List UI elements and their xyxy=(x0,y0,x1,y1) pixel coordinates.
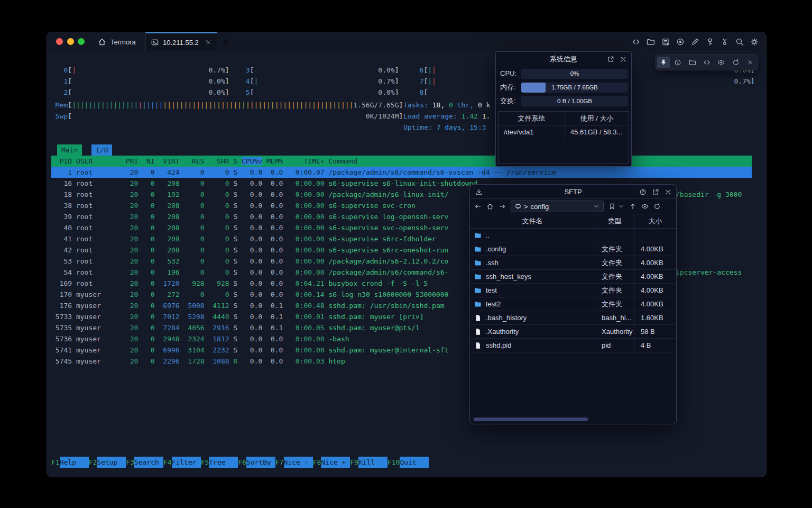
fkey-label-F4[interactable]: Filter xyxy=(172,457,201,468)
filesystem-table: 文件系统 使用 / 大小 /dev/vda145.61GB / 58.3... xyxy=(498,111,629,164)
fkey-F2[interactable]: F2 xyxy=(89,458,97,466)
home-icon[interactable] xyxy=(486,203,494,210)
sync-button[interactable] xyxy=(730,57,742,68)
fkey-F4[interactable]: F4 xyxy=(163,458,172,466)
record-icon[interactable] xyxy=(676,38,685,46)
keychain-icon[interactable] xyxy=(721,38,729,46)
file-row-.ssh[interactable]: .ssh文件夹4.00KB xyxy=(470,256,676,270)
back-icon[interactable] xyxy=(474,203,482,210)
htop-tab-i-o[interactable]: I/O xyxy=(91,144,112,156)
file-name: .Xauthority xyxy=(486,325,519,338)
fkey-label-F9[interactable]: Kill xyxy=(358,457,387,468)
column-type[interactable]: 类型 xyxy=(595,214,634,228)
file-row-.config[interactable]: .config文件夹4.00KB xyxy=(470,242,676,256)
refresh-icon[interactable] xyxy=(653,203,661,210)
fkey-label-F1[interactable]: Help xyxy=(60,457,89,468)
pin-button[interactable] xyxy=(657,57,670,68)
file-size: 1.60KB xyxy=(634,311,676,324)
file-row-.Xauthority[interactable]: .XauthorityXauthority58 B xyxy=(470,325,676,339)
code-icon[interactable] xyxy=(632,38,640,46)
fkey-F9[interactable]: F9 xyxy=(350,458,358,466)
file-row-test[interactable]: test文件夹4.00KB xyxy=(470,284,676,297)
key-icon[interactable] xyxy=(706,38,714,46)
column-size[interactable]: 大小 xyxy=(634,214,676,228)
fkey-label-F2[interactable]: Setup xyxy=(97,457,126,468)
fkey-F8[interactable]: F8 xyxy=(313,458,321,466)
column-filename[interactable]: 文件名 xyxy=(470,214,595,228)
info-icon xyxy=(674,59,681,66)
file-type xyxy=(595,229,634,242)
new-tab-button[interactable] xyxy=(222,38,230,46)
fkey-F6[interactable]: F6 xyxy=(238,458,246,466)
scrollbar-thumb[interactable] xyxy=(474,418,588,421)
edit-icon[interactable] xyxy=(691,38,699,46)
file-row-sshd.pid[interactable]: sshd.pidpid4 B xyxy=(470,339,676,352)
metric-row-0: CPU:0% xyxy=(496,67,631,80)
fkey-F1[interactable]: F1 xyxy=(51,458,60,466)
fkey-F7[interactable]: F7 xyxy=(275,458,284,466)
file-type: 文件夹 xyxy=(595,284,634,297)
help-icon[interactable] xyxy=(639,188,647,196)
folder-icon xyxy=(474,273,482,280)
process-table-header[interactable]: PID USER PRI NI VIRT RES SHR S CPU%▽ MEM… xyxy=(51,156,752,167)
function-key-bar: F1Help F2Setup F3SearchF4FilterF5Tree F6… xyxy=(51,457,429,468)
snippets-button[interactable] xyxy=(700,57,713,68)
fkey-label-F10[interactable]: Quit xyxy=(400,457,429,468)
folder-icon xyxy=(474,287,482,294)
monitor-button[interactable] xyxy=(715,57,727,68)
file-row-test2[interactable]: test2文件夹4.00KB xyxy=(470,297,676,311)
fkey-F10[interactable]: F10 xyxy=(387,458,400,466)
file-size: 4 B xyxy=(634,339,676,352)
path-breadcrumb[interactable]: > config xyxy=(511,201,604,212)
chevron-down-icon[interactable] xyxy=(593,203,599,210)
metric-progress-bar: 0 B / 1.00GB xyxy=(521,96,628,106)
show-hidden-icon[interactable] xyxy=(641,203,649,210)
process-row-1[interactable]: 1 root 20 0 424 0 0 S 0.0 0.0 0:00.07 /p… xyxy=(51,167,752,178)
log-icon[interactable] xyxy=(661,38,670,46)
fkey-label-F6[interactable]: SortBy xyxy=(246,457,275,468)
htop-tab-main[interactable]: Main xyxy=(57,144,82,156)
forward-icon[interactable] xyxy=(499,203,506,210)
filesystem-row[interactable]: /dev/vda145.61GB / 58.3... xyxy=(499,125,629,139)
system-metrics: CPU:0%内存:1.75GB / 7.65GB交换:0 B / 1.00GB xyxy=(496,67,631,108)
fs-column-name: 文件系统 xyxy=(499,112,565,125)
sync-icon xyxy=(732,59,740,66)
close-panel-icon[interactable] xyxy=(620,56,627,63)
fkey-label-F8[interactable]: Nice + xyxy=(321,457,350,468)
close-sidebar-button[interactable] xyxy=(744,57,756,68)
search-icon[interactable] xyxy=(735,38,744,46)
folder-icon[interactable] xyxy=(647,38,655,46)
bookmark-menu-icon[interactable] xyxy=(618,203,624,210)
traffic-light-minimize[interactable] xyxy=(67,38,74,45)
files-button[interactable] xyxy=(686,57,699,68)
settings-icon[interactable] xyxy=(750,38,759,46)
home-tab[interactable]: Termora xyxy=(98,32,136,51)
fkey-label-F7[interactable]: Nice - xyxy=(284,457,313,468)
download-icon[interactable] xyxy=(475,188,483,196)
parent-directory-icon[interactable] xyxy=(629,203,636,210)
file-row-ssh_host_keys[interactable]: ssh_host_keys文件夹4.00KB xyxy=(470,270,676,284)
fkey-F3[interactable]: F3 xyxy=(126,458,134,466)
load-average: Load average: 1.42 1. xyxy=(403,111,490,122)
file-name: test xyxy=(486,284,497,297)
traffic-light-close[interactable] xyxy=(56,38,63,45)
metric-value: 0% xyxy=(521,69,628,79)
file-size xyxy=(634,229,676,242)
bookmark-icon[interactable] xyxy=(608,203,616,210)
session-tab[interactable]: 10.211.55.2 xyxy=(145,32,217,51)
metric-label: CPU: xyxy=(500,67,516,80)
close-panel-icon[interactable] xyxy=(665,188,672,196)
info-button[interactable] xyxy=(671,57,684,68)
file-name: .ssh xyxy=(486,256,499,269)
file-row-..[interactable]: .. xyxy=(470,229,676,242)
file-row-.bash_history[interactable]: .bash_historybash_hi...1.60KB xyxy=(470,311,676,325)
file-icon xyxy=(474,342,482,349)
horizontal-scrollbar[interactable] xyxy=(472,417,674,422)
detach-panel-icon[interactable] xyxy=(607,56,614,63)
detach-panel-icon[interactable] xyxy=(652,188,659,196)
fkey-label-F3[interactable]: Search xyxy=(134,457,163,468)
close-tab-icon[interactable] xyxy=(205,39,211,46)
fkey-F5[interactable]: F5 xyxy=(201,458,209,466)
traffic-light-zoom[interactable] xyxy=(78,38,85,45)
fkey-label-F5[interactable]: Tree xyxy=(209,457,238,468)
